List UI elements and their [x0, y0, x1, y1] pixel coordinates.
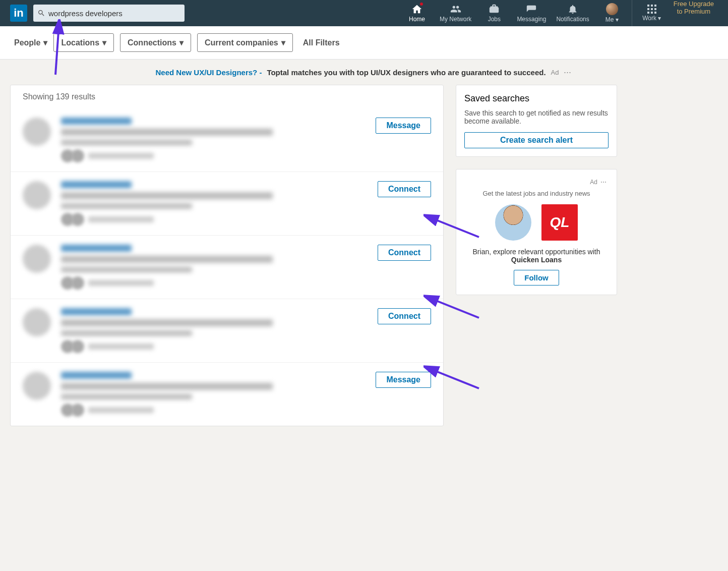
ad-text: Toptal matches you with top UI/UX design…: [267, 68, 545, 77]
caret-down-icon: ▾: [281, 38, 285, 47]
shared-connections: [61, 149, 376, 162]
content-area: Showing 139 results Message Connect: [0, 85, 728, 438]
sponsored-company-logo: QL: [541, 204, 578, 241]
ad-badge: Ad: [590, 179, 597, 186]
filter-connections[interactable]: Connections▾: [120, 33, 191, 52]
search-input[interactable]: [48, 9, 180, 18]
result-body: [61, 181, 378, 226]
result-row: Message: [11, 362, 443, 426]
result-row: Connect: [11, 172, 443, 235]
result-avatar[interactable]: [23, 372, 51, 400]
result-row: Message: [11, 108, 443, 172]
nav-label: Home: [409, 16, 425, 23]
result-name[interactable]: [61, 308, 132, 315]
ad-menu-icon[interactable]: ⋯: [600, 179, 608, 186]
network-icon: [450, 4, 461, 15]
results-list: Message Connect Connect: [11, 108, 443, 426]
nav-network[interactable]: My Network: [435, 0, 476, 26]
search-icon: [37, 9, 45, 17]
result-body: [61, 245, 378, 290]
nav-label: Work ▾: [642, 15, 661, 22]
result-body: [61, 118, 376, 162]
filter-companies[interactable]: Current companies▾: [197, 33, 293, 52]
result-avatar[interactable]: [23, 308, 51, 336]
nav-notifications[interactable]: Notifications: [551, 0, 594, 26]
filter-bar: People▾ Locations▾ Connections▾ Current …: [0, 26, 728, 60]
shared-connections: [61, 404, 376, 417]
ad-menu-icon[interactable]: ⋯: [564, 68, 572, 77]
nav-jobs[interactable]: Jobs: [476, 0, 512, 26]
all-filters-link[interactable]: All Filters: [303, 38, 340, 47]
result-location: [61, 267, 192, 272]
result-avatar[interactable]: [23, 245, 51, 273]
nav-label: Notifications: [556, 16, 589, 23]
result-avatar[interactable]: [23, 181, 51, 209]
results-count: Showing 139 results: [11, 85, 443, 108]
search-box[interactable]: [33, 5, 185, 22]
notification-dot: [419, 2, 423, 6]
shared-connections: [61, 213, 378, 226]
avatar-icon: [606, 3, 618, 15]
result-name[interactable]: [61, 372, 132, 379]
result-headline: [61, 192, 273, 199]
saved-searches-title: Saved searches: [464, 93, 609, 104]
sidebar: Saved searches Save this search to get n…: [456, 85, 617, 426]
bell-icon: [567, 4, 578, 15]
sponsored-avatar: [495, 204, 531, 241]
result-name[interactable]: [61, 181, 132, 188]
result-headline: [61, 319, 273, 326]
result-headline: [61, 129, 273, 136]
result-action: Connect: [378, 245, 431, 261]
result-headline: [61, 383, 273, 390]
result-row: Connect: [11, 235, 443, 299]
result-location: [61, 203, 192, 209]
result-name[interactable]: [61, 118, 132, 125]
briefcase-icon: [489, 4, 500, 15]
nav-label: Me ▾: [605, 16, 619, 23]
result-name[interactable]: [61, 245, 132, 252]
filter-locations[interactable]: Locations▾: [53, 33, 114, 52]
nav-me[interactable]: Me ▾: [594, 0, 630, 26]
result-action-button[interactable]: Connect: [378, 245, 431, 261]
filter-people[interactable]: People▾: [14, 38, 47, 47]
nav-label: My Network: [440, 16, 471, 23]
ad-banner: Need New UX/UI Designers? - Toptal match…: [0, 60, 728, 85]
upgrade-premium-link[interactable]: Free Upgradeto Premium: [670, 0, 718, 26]
nav-home[interactable]: Home: [399, 0, 435, 26]
result-avatar[interactable]: [23, 118, 51, 146]
ad-link[interactable]: Need New UX/UI Designers? -: [156, 68, 262, 77]
result-action: Message: [376, 372, 431, 388]
result-action-button[interactable]: Connect: [378, 181, 431, 197]
result-action-button[interactable]: Message: [376, 118, 431, 134]
nav-label: Jobs: [488, 16, 501, 23]
saved-searches-text: Save this search to get notified as new …: [464, 109, 609, 125]
result-location: [61, 140, 192, 145]
result-headline: [61, 256, 273, 263]
nav-work[interactable]: Work ▾: [634, 0, 670, 26]
result-location: [61, 330, 192, 336]
nav-divider: [632, 0, 632, 26]
sponsored-headline: Get the latest jobs and industry news: [465, 190, 608, 197]
result-location: [61, 394, 192, 399]
result-action-button[interactable]: Connect: [378, 308, 431, 324]
result-action-button[interactable]: Message: [376, 372, 431, 388]
caret-down-icon: ▾: [179, 38, 184, 47]
grid-icon: [647, 5, 656, 14]
shared-connections: [61, 340, 378, 353]
sponsored-message: Brian, explore relevant opportunities wi…: [465, 248, 608, 264]
nav-label: Messaging: [517, 16, 546, 23]
result-body: [61, 308, 378, 353]
nav-messaging[interactable]: Messaging: [512, 0, 551, 26]
result-body: [61, 372, 376, 417]
results-panel: Showing 139 results Message Connect: [10, 85, 444, 426]
global-header: in Home My Network Jobs Messaging Notifi…: [0, 0, 728, 26]
primary-nav: Home My Network Jobs Messaging Notificat…: [399, 0, 718, 26]
follow-button[interactable]: Follow: [514, 270, 559, 286]
linkedin-logo[interactable]: in: [10, 5, 27, 22]
messaging-icon: [526, 4, 537, 15]
caret-down-icon: ▾: [102, 38, 106, 47]
result-action: Message: [376, 118, 431, 134]
result-row: Connect: [11, 299, 443, 362]
create-alert-button[interactable]: Create search alert: [464, 132, 609, 148]
shared-connections: [61, 276, 378, 290]
